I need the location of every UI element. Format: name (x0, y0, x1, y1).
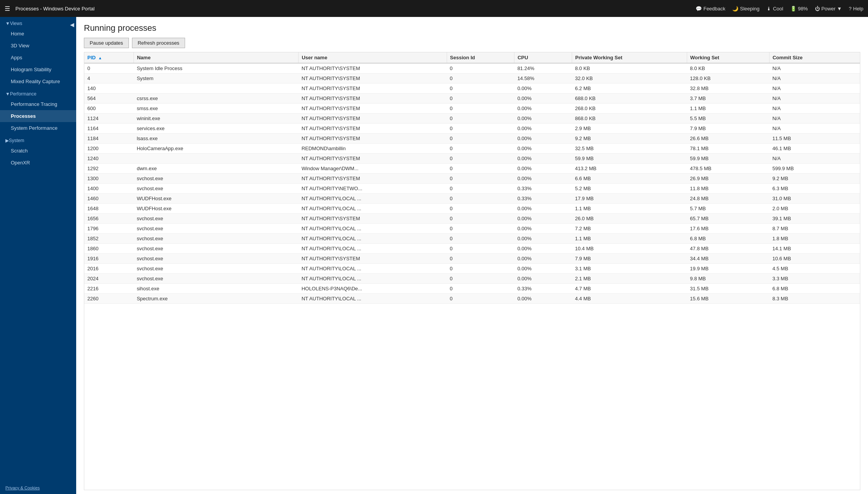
table-row[interactable]: 2016 svchost.exe NT AUTHORITY\LOCAL ... … (84, 264, 860, 274)
cool-button[interactable]: 🌡 Cool (766, 6, 783, 12)
table-row[interactable]: 0 System Idle Process NT AUTHORITY\SYSTE… (84, 63, 860, 74)
cell-pws: 17.9 MB (572, 194, 687, 204)
cell-user: NT AUTHORITY\NETWO... (299, 184, 447, 194)
cell-name: System (134, 74, 298, 84)
column-header-name[interactable]: Name (134, 52, 298, 63)
cell-cpu: 0.00% (514, 234, 572, 244)
menu-icon[interactable]: ☰ (5, 5, 10, 12)
sidebar-item-apps[interactable]: Apps (0, 52, 76, 64)
cell-ws: 478.5 MB (687, 164, 769, 174)
cell-pws: 688.0 KB (572, 94, 687, 104)
table-row[interactable]: 1292 dwm.exe Window Manager\DWM... 0 0.0… (84, 164, 860, 174)
table-row[interactable]: 1300 svchost.exe NT AUTHORITY\SYSTEM 0 0… (84, 174, 860, 184)
table-row[interactable]: 1200 HoloCameraApp.exe REDMOND\ambillin … (84, 144, 860, 154)
cell-name: svchost.exe (134, 244, 298, 254)
table-row[interactable]: 1852 svchost.exe NT AUTHORITY\LOCAL ... … (84, 234, 860, 244)
table-row[interactable]: 1240 NT AUTHORITY\SYSTEM 0 0.00% 59.9 MB… (84, 154, 860, 164)
cell-session: 0 (447, 174, 514, 184)
cell-pws: 2.9 MB (572, 124, 687, 134)
cell-cpu: 0.00% (514, 264, 572, 274)
cell-ws: 9.8 MB (687, 274, 769, 284)
column-header-session[interactable]: Session Id (447, 52, 514, 63)
table-row[interactable]: 1656 svchost.exe NT AUTHORITY\SYSTEM 0 0… (84, 214, 860, 224)
table-row[interactable]: 600 smss.exe NT AUTHORITY\SYSTEM 0 0.00%… (84, 104, 860, 114)
sidebar-item-system-performance[interactable]: System Performance (0, 122, 76, 134)
table-row[interactable]: 1460 WUDFHost.exe NT AUTHORITY\LOCAL ...… (84, 194, 860, 204)
cell-ws: 15.6 MB (687, 294, 769, 304)
feedback-button[interactable]: 💬 Feedback (696, 6, 725, 12)
cell-user: NT AUTHORITY\SYSTEM (299, 254, 447, 264)
table-row[interactable]: 1860 svchost.exe NT AUTHORITY\LOCAL ... … (84, 244, 860, 254)
cell-ws: 32.8 MB (687, 84, 769, 94)
cell-name: csrss.exe (134, 94, 298, 104)
cell-commit: 3.3 MB (769, 274, 860, 284)
cell-ws: 17.6 MB (687, 224, 769, 234)
battery-button[interactable]: 🔋 98% (790, 6, 808, 12)
table-row[interactable]: 1796 svchost.exe NT AUTHORITY\LOCAL ... … (84, 224, 860, 234)
table-row[interactable]: 1648 WUDFHost.exe NT AUTHORITY\LOCAL ...… (84, 204, 860, 214)
pause-updates-button[interactable]: Pause updates (84, 38, 129, 48)
table-row[interactable]: 1184 lsass.exe NT AUTHORITY\SYSTEM 0 0.0… (84, 134, 860, 144)
cell-user: NT AUTHORITY\SYSTEM (299, 134, 447, 144)
table-row[interactable]: 2024 svchost.exe NT AUTHORITY\LOCAL ... … (84, 274, 860, 284)
cell-commit: N/A (769, 94, 860, 104)
table-row[interactable]: 2260 Spectrum.exe NT AUTHORITY\LOCAL ...… (84, 294, 860, 304)
power-button[interactable]: ⏻ Power ▼ (815, 6, 842, 12)
cell-name: Spectrum.exe (134, 294, 298, 304)
cell-cpu: 0.00% (514, 134, 572, 144)
cell-session: 0 (447, 264, 514, 274)
sidebar-item-openxr[interactable]: OpenXR (0, 157, 76, 169)
privacy-cookies-link[interactable]: Privacy & Cookies (0, 482, 76, 494)
sidebar-section-performance[interactable]: ▼Performance (0, 87, 76, 98)
cell-name: smss.exe (134, 104, 298, 114)
cell-name: System Idle Process (134, 63, 298, 74)
sidebar-item-hologram-stability[interactable]: Hologram Stability (0, 64, 76, 75)
sleeping-button[interactable]: 🌙 Sleeping (732, 6, 760, 12)
table-row[interactable]: 2216 sihost.exe HOLOLENS-P3NAQ6\De... 0 … (84, 284, 860, 294)
cell-pid: 1240 (84, 154, 134, 164)
cell-commit: 9.2 MB (769, 174, 860, 184)
cell-ws: 26.9 MB (687, 174, 769, 184)
table-row[interactable]: 140 NT AUTHORITY\SYSTEM 0 0.00% 6.2 MB 3… (84, 84, 860, 94)
cell-pws: 4.7 MB (572, 284, 687, 294)
column-header-cpu[interactable]: CPU (514, 52, 572, 63)
table-row[interactable]: 4 System NT AUTHORITY\SYSTEM 0 14.58% 32… (84, 74, 860, 84)
table-row[interactable]: 1124 wininit.exe NT AUTHORITY\SYSTEM 0 0… (84, 114, 860, 124)
process-table-scroll[interactable]: PID ▲ Name User name Session Id CPU Priv… (84, 52, 860, 490)
cell-cpu: 0.00% (514, 244, 572, 254)
column-header-commit[interactable]: Commit Size (769, 52, 860, 63)
sidebar-item-mixed-reality-capture[interactable]: Mixed Reality Capture (0, 75, 76, 87)
sidebar-item-performance-tracing[interactable]: Performance Tracing (0, 98, 76, 110)
table-row[interactable]: 564 csrss.exe NT AUTHORITY\SYSTEM 0 0.00… (84, 94, 860, 104)
table-row[interactable]: 1400 svchost.exe NT AUTHORITY\NETWO... 0… (84, 184, 860, 194)
cell-ws: 26.6 MB (687, 134, 769, 144)
help-button[interactable]: ? Help (849, 6, 863, 12)
cell-ws: 6.8 MB (687, 234, 769, 244)
table-row[interactable]: 1164 services.exe NT AUTHORITY\SYSTEM 0 … (84, 124, 860, 134)
sidebar-section-system[interactable]: ▶System (0, 134, 76, 145)
cell-pws: 3.1 MB (572, 264, 687, 274)
sidebar-item-processes[interactable]: Processes (0, 110, 76, 122)
table-header-row: PID ▲ Name User name Session Id CPU Priv… (84, 52, 860, 63)
cell-name (134, 154, 298, 164)
cell-pws: 10.4 MB (572, 244, 687, 254)
sidebar-item-scratch[interactable]: Scratch (0, 145, 76, 157)
cell-cpu: 0.00% (514, 144, 572, 154)
cell-commit: N/A (769, 74, 860, 84)
column-header-pid[interactable]: PID ▲ (84, 52, 134, 63)
sidebar-collapse-button[interactable]: ◀ (68, 20, 76, 29)
column-header-ws[interactable]: Working Set (687, 52, 769, 63)
sidebar-item-home[interactable]: Home (0, 28, 76, 40)
sidebar-item-3d-view[interactable]: 3D View (0, 40, 76, 52)
cell-user: NT AUTHORITY\LOCAL ... (299, 244, 447, 254)
table-row[interactable]: 1916 svchost.exe NT AUTHORITY\SYSTEM 0 0… (84, 254, 860, 264)
cell-session: 0 (447, 194, 514, 204)
sidebar-section-views[interactable]: ▼Views (0, 17, 76, 28)
cell-commit: 8.7 MB (769, 224, 860, 234)
cell-pws: 268.0 KB (572, 104, 687, 114)
cell-session: 0 (447, 164, 514, 174)
refresh-processes-button[interactable]: Refresh processes (132, 38, 185, 48)
cell-user: NT AUTHORITY\LOCAL ... (299, 204, 447, 214)
column-header-username[interactable]: User name (299, 52, 447, 63)
column-header-pws[interactable]: Private Working Set (572, 52, 687, 63)
